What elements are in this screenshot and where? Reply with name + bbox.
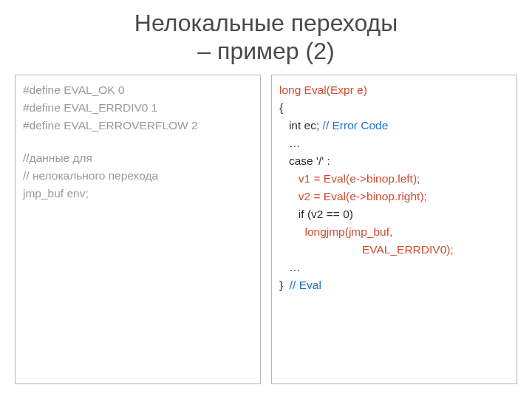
- code-line: …: [279, 259, 509, 276]
- code-line: jmp_buf env;: [23, 185, 253, 202]
- code-line: #define EVAL_OK 0: [23, 81, 253, 99]
- code-fragment: }: [279, 279, 290, 291]
- code-line: // нелокального перехода: [23, 167, 253, 185]
- code-line: v1 = Eval(e->binop.left);: [279, 170, 509, 188]
- content-columns: #define EVAL_OK 0 #define EVAL_ERRDIV0 1…: [15, 75, 517, 384]
- title-line-2: – пример (2): [197, 38, 334, 64]
- code-line: #define EVAL_ERROVERFLOW 2: [23, 117, 253, 134]
- code-line: long Eval(Expr e): [279, 81, 509, 99]
- code-fragment: // Eval: [290, 279, 321, 291]
- code-line: v2 = Eval(e->binop.right);: [279, 188, 509, 205]
- code-line: EVAL_ERRDIV0);: [279, 241, 509, 259]
- code-fragment: // Error Code: [323, 119, 389, 132]
- code-line: …: [279, 134, 509, 152]
- code-fragment: int ec;: [279, 119, 323, 132]
- slide: Нелокальные переходы – пример (2) #defin…: [0, 0, 532, 399]
- code-line: case '/' :: [279, 152, 509, 170]
- code-line: //данные для: [23, 149, 253, 167]
- left-code-panel: #define EVAL_OK 0 #define EVAL_ERRDIV0 1…: [15, 75, 261, 384]
- slide-title: Нелокальные переходы – пример (2): [15, 9, 517, 66]
- code-line: longjmp(jmp_buf,: [279, 223, 509, 241]
- code-line: int ec; // Error Code: [279, 117, 509, 134]
- code-line: #define EVAL_ERRDIV0 1: [23, 99, 253, 117]
- code-line: } // Eval: [279, 276, 509, 294]
- code-line: if (v2 == 0): [279, 205, 509, 223]
- title-line-1: Нелокальные переходы: [134, 10, 398, 36]
- code-line: {: [279, 99, 509, 117]
- right-code-panel: long Eval(Expr e) { int ec; // Error Cod…: [271, 75, 517, 384]
- blank-line: [23, 134, 253, 149]
